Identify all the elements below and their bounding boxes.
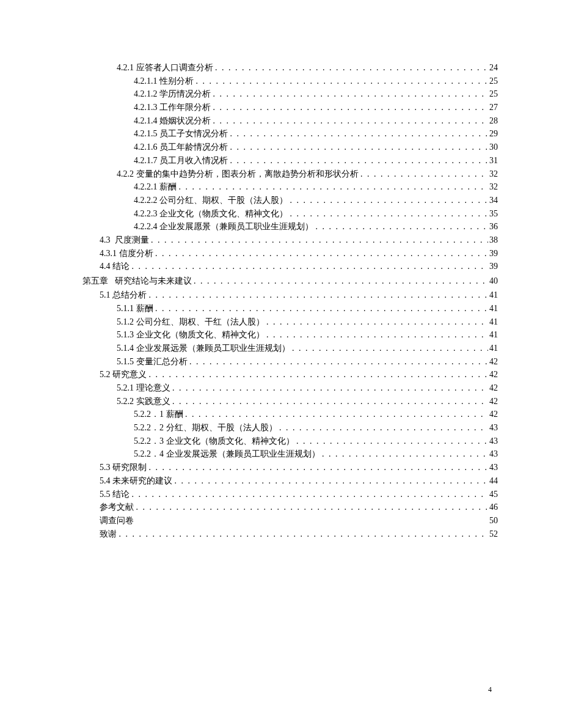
toc-title: 5.2.2．1 薪酬	[134, 408, 185, 421]
toc-title: 5.1.4 企业发展远景（兼顾员工职业生涯规划）	[117, 342, 292, 355]
toc-title: 5.2 研究意义	[100, 368, 149, 381]
toc-leader-dots	[149, 461, 489, 474]
toc-leader-dots	[213, 114, 489, 128]
toc-page-number: 42	[488, 395, 498, 408]
toc-leader-dots	[132, 260, 489, 273]
toc-page-number: 27	[488, 101, 498, 114]
toc-title: 5.2.2．3 企业文化（物质文化、精神文化）	[134, 435, 296, 448]
toc-leader-dots	[151, 233, 488, 247]
toc-entry: 5.5 结论 45	[82, 488, 498, 501]
toc-entry: 4.2.1.4 婚姻状况分析 28	[82, 114, 498, 128]
toc-leader-dots	[266, 315, 488, 329]
toc-leader-dots	[215, 61, 488, 75]
toc-entry: 4.4 结论 39	[82, 260, 498, 273]
toc-leader-dots	[360, 167, 488, 181]
toc-page-number: 41	[488, 315, 498, 329]
toc-entry: 5.4 未来研究的建议 44	[82, 474, 498, 488]
toc-page-number: 46	[488, 501, 498, 514]
toc-page-number: 41	[488, 328, 498, 342]
toc-title: 4.2.1.6 员工年龄情况分析	[134, 141, 230, 154]
toc-leader-dots	[230, 154, 489, 167]
toc-page-number: 41	[488, 302, 498, 315]
toc-title: 4.2.2 变量的集中趋势分析，图表分析，离散趋势分析和形状分析	[117, 167, 360, 181]
toc-leader-dots	[230, 141, 489, 154]
toc-entry: 4.2.2.4 企业发展愿景（兼顾员工职业生涯规划） 36	[82, 220, 498, 233]
toc-entry: 参考文献 46	[82, 501, 498, 514]
toc-page-number: 45	[488, 488, 498, 501]
toc-entry: 5.1.2 公司分红、期权、干红（法人股） 41	[82, 315, 498, 329]
toc-leader-dots	[194, 273, 488, 289]
toc-leader-dots	[322, 447, 488, 461]
toc-leader-dots	[230, 127, 489, 141]
toc-title: 5.1.1 薪酬	[117, 302, 155, 315]
toc-title: 4.2.1.2 学历情况分析	[134, 87, 213, 101]
toc-page-number: 39	[488, 247, 498, 260]
toc-leader-dots	[155, 247, 488, 260]
toc-entry: 4.2.1.5 员工子女情况分析 29	[82, 127, 498, 141]
toc-title: 5.2.2．4 企业发展远景（兼顾员工职业生涯规划）	[134, 447, 322, 461]
toc-leader-dots	[172, 381, 488, 395]
toc-entry: 4.2.1.6 员工年龄情况分析 30	[82, 141, 498, 154]
toc-page-number: 25	[488, 87, 498, 101]
toc-page-number: 43	[488, 461, 498, 474]
toc-page-number: 32	[488, 167, 498, 181]
toc-leader-dots	[266, 328, 488, 342]
toc-leader-dots	[213, 101, 489, 114]
toc-leader-dots	[185, 408, 488, 421]
toc-title: 4.2.1.4 婚姻状况分析	[134, 114, 213, 128]
toc-entry: 5.2.2．1 薪酬 42	[82, 408, 498, 421]
toc-leader-dots	[172, 395, 488, 408]
toc-page-number: 43	[488, 447, 498, 461]
toc-page-number: 31	[488, 154, 498, 167]
toc-entry: 5.2.2．2 分红、期权、干股（法人股） 43	[82, 421, 498, 435]
toc-title: 致谢	[100, 528, 119, 541]
toc-leader-dots	[316, 220, 489, 233]
toc-page: 4.2.1 应答者人口调查分析 244.2.1.1 性别分析 254.2.1.2…	[0, 0, 562, 540]
toc-title: 调查问卷	[100, 514, 136, 528]
toc-title: 4.2.2.2 公司分红、期权、干股（法人股）	[134, 194, 290, 207]
toc-entry: 4.2.2.2 公司分红、期权、干股（法人股） 34	[82, 194, 498, 207]
toc-entry: 5.3 研究限制 43	[82, 461, 498, 474]
toc-title: 4.2.1.3 工作年限分析	[134, 101, 213, 114]
toc-entry: 5.2 研究意义 42	[82, 368, 498, 381]
toc-title: 5.2.2．2 分红、期权、干股（法人股）	[134, 421, 279, 435]
toc-leader-dots	[290, 194, 489, 207]
toc-page-number: 25	[488, 75, 498, 88]
toc-page-number: 28	[488, 114, 498, 128]
toc-entry: 4.2.2.3 企业文化（物质文化、精神文化） 35	[82, 207, 498, 221]
toc-leader-dots	[213, 87, 489, 101]
toc-leader-dots	[175, 474, 489, 488]
toc-title: 5.1.2 公司分红、期权、干红（法人股）	[117, 315, 266, 329]
toc-title: 4.3 尺度测量	[100, 233, 151, 247]
toc-title: 4.2.1.7 员工月收入情况析	[134, 154, 230, 167]
toc-leader-dots	[292, 342, 488, 355]
toc-page-number: 38	[488, 233, 498, 247]
toc-entry: 5.1.4 企业发展远景（兼顾员工职业生涯规划） 41	[82, 342, 498, 355]
toc-leader-dots	[132, 488, 489, 501]
toc-leader-dots	[189, 355, 488, 369]
toc-title: 4.2.2.4 企业发展愿景（兼顾员工职业生涯规划）	[134, 220, 316, 233]
toc-page-number: 36	[488, 220, 498, 233]
toc-entry: 5.2.2．4 企业发展远景（兼顾员工职业生涯规划） 43	[82, 447, 498, 461]
toc-page-number: 52	[488, 528, 498, 541]
toc-title: 4.2.1 应答者人口调查分析	[117, 61, 215, 75]
toc-title: 5.1.5 变量汇总分析	[117, 355, 189, 369]
table-of-contents: 4.2.1 应答者人口调查分析 244.2.1.1 性别分析 254.2.1.2…	[82, 61, 498, 540]
toc-page-number: 32	[488, 180, 498, 194]
toc-page-number: 29	[488, 127, 498, 141]
page-number: 4	[488, 685, 492, 694]
toc-page-number: 34	[488, 194, 498, 207]
toc-page-number: 43	[488, 435, 498, 448]
toc-page-number: 42	[488, 368, 498, 381]
toc-page-number: 41	[488, 289, 498, 302]
toc-title: 5.3 研究限制	[100, 461, 149, 474]
toc-page-number: 42	[488, 408, 498, 421]
toc-page-number: 44	[488, 474, 498, 488]
toc-leader-dots	[149, 368, 489, 381]
toc-page-number: 42	[488, 381, 498, 395]
toc-title: 5.5 结论	[100, 488, 132, 501]
toc-entry: 4.2.1.2 学历情况分析 25	[82, 87, 498, 101]
toc-title: 第五章 研究结论与未来建议	[82, 273, 194, 289]
toc-leader-dots	[149, 289, 489, 302]
toc-entry: 5.1.1 薪酬 41	[82, 302, 498, 315]
